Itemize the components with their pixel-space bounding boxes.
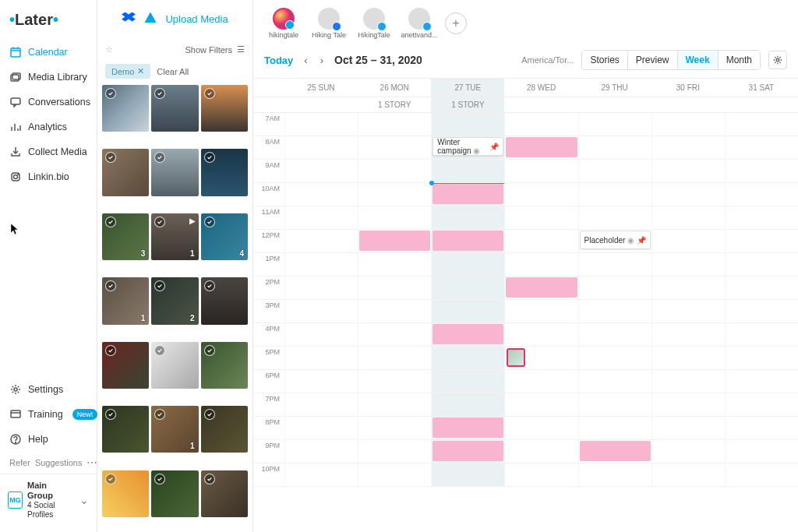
media-thumb[interactable]: 1▶ [151, 213, 198, 260]
hour-cell[interactable] [578, 253, 651, 276]
hour-cell[interactable] [358, 370, 431, 393]
hour-cell[interactable] [578, 113, 651, 136]
hour-cell[interactable] [504, 206, 577, 229]
hour-cell[interactable] [431, 183, 504, 206]
hour-cell[interactable] [504, 277, 577, 299]
nav-help[interactable]: Help [0, 427, 97, 452]
hour-cell[interactable] [504, 183, 577, 206]
hour-cell[interactable] [725, 160, 798, 182]
hour-cell[interactable] [431, 417, 504, 439]
story-cell[interactable] [284, 97, 358, 112]
media-thumb[interactable]: 2 [151, 277, 198, 324]
scheduled-post[interactable] [433, 441, 503, 461]
prev-week[interactable]: ‹ [301, 53, 310, 68]
media-thumb[interactable] [151, 470, 198, 517]
hour-cell[interactable]: Placeholder ◉📌 [578, 230, 651, 252]
hour-cell[interactable] [358, 347, 431, 369]
hour-cell[interactable] [358, 183, 431, 206]
hour-cell[interactable] [504, 370, 577, 393]
hour-cell[interactable] [431, 113, 504, 136]
media-thumb[interactable] [102, 85, 149, 132]
hour-cell[interactable] [431, 323, 504, 346]
show-filters[interactable]: Show Filters [185, 45, 232, 55]
hour-cell[interactable] [651, 347, 725, 369]
scheduled-post[interactable] [580, 441, 651, 461]
nav-collect-media[interactable]: Collect Media [0, 139, 97, 164]
hour-cell[interactable] [504, 253, 577, 276]
scheduled-post[interactable] [433, 324, 503, 344]
hour-cell[interactable] [431, 347, 504, 369]
hour-cell[interactable] [504, 463, 577, 486]
hour-cell[interactable] [358, 230, 431, 252]
upload-media-link[interactable]: Upload Media [165, 13, 228, 25]
hour-cell[interactable] [284, 160, 358, 182]
timezone[interactable]: America/Tor... [521, 55, 574, 65]
hour-cell[interactable] [725, 370, 798, 393]
profile-ig[interactable]: hikingtale [264, 8, 303, 39]
hour-cell[interactable]: Winter campaign ◉📌 [431, 136, 504, 159]
hour-cell[interactable] [284, 206, 358, 229]
nav-linkinbio[interactable]: Linkin.bio [0, 164, 97, 189]
media-thumb[interactable] [102, 342, 149, 389]
hour-cell[interactable] [431, 300, 504, 322]
hour-cell[interactable] [651, 370, 725, 393]
nav-conversations[interactable]: Conversations [0, 90, 97, 115]
hour-cell[interactable] [504, 160, 577, 182]
hour-cell[interactable] [578, 300, 651, 322]
view-preview[interactable]: Preview [627, 51, 677, 69]
hour-cell[interactable] [651, 206, 725, 229]
hour-cell[interactable] [284, 183, 358, 206]
scheduled-post[interactable] [433, 231, 503, 251]
hour-cell[interactable] [284, 347, 358, 369]
hour-cell[interactable] [284, 440, 358, 463]
hour-cell[interactable] [504, 136, 577, 159]
media-thumb[interactable] [201, 470, 248, 517]
hour-cell[interactable] [651, 393, 725, 416]
story-cell[interactable] [725, 97, 798, 112]
scheduled-post[interactable] [506, 277, 577, 298]
story-cell[interactable] [504, 97, 577, 112]
hour-cell[interactable] [725, 277, 798, 299]
hour-cell[interactable] [578, 323, 651, 346]
hour-cell[interactable] [504, 230, 577, 252]
media-thumb[interactable] [201, 342, 248, 389]
hour-cell[interactable] [431, 230, 504, 252]
hour-cell[interactable] [358, 323, 431, 346]
profile-fb[interactable]: Hiking Tale [309, 8, 348, 39]
hour-cell[interactable] [651, 253, 725, 276]
hour-cell[interactable] [358, 160, 431, 182]
hour-cell[interactable] [651, 277, 725, 299]
hour-cell[interactable] [358, 113, 431, 136]
hour-cell[interactable] [504, 440, 577, 463]
more-icon[interactable]: ⋯ [87, 456, 97, 469]
nav-settings[interactable]: Settings [0, 377, 97, 402]
hour-cell[interactable] [358, 206, 431, 229]
hour-cell[interactable] [725, 113, 798, 136]
hour-cell[interactable] [651, 463, 725, 486]
media-thumb[interactable] [201, 406, 248, 453]
hour-cell[interactable] [431, 277, 504, 299]
hour-cell[interactable] [358, 463, 431, 486]
media-thumb[interactable] [102, 149, 149, 196]
nav-calendar[interactable]: Calendar [0, 40, 97, 65]
scheduled-post[interactable] [433, 417, 503, 438]
hour-cell[interactable] [725, 253, 798, 276]
suggestions-label[interactable]: Suggestions [35, 458, 83, 467]
hour-cell[interactable] [284, 230, 358, 252]
calendar-settings[interactable] [768, 51, 787, 69]
hour-cell[interactable] [725, 440, 798, 463]
media-thumb[interactable] [201, 85, 248, 132]
hour-cell[interactable] [284, 277, 358, 299]
hour-cell[interactable] [284, 136, 358, 159]
hour-cell[interactable] [651, 417, 725, 439]
hour-cell[interactable] [578, 277, 651, 299]
hour-cell[interactable] [725, 417, 798, 439]
hour-cell[interactable] [578, 136, 651, 159]
hour-cell[interactable] [284, 463, 358, 486]
hour-cell[interactable] [578, 347, 651, 369]
hour-cell[interactable] [725, 347, 798, 369]
hour-cell[interactable] [504, 323, 577, 346]
story-cell[interactable] [578, 97, 651, 112]
hour-cell[interactable] [284, 417, 358, 439]
media-thumb[interactable] [151, 85, 198, 132]
